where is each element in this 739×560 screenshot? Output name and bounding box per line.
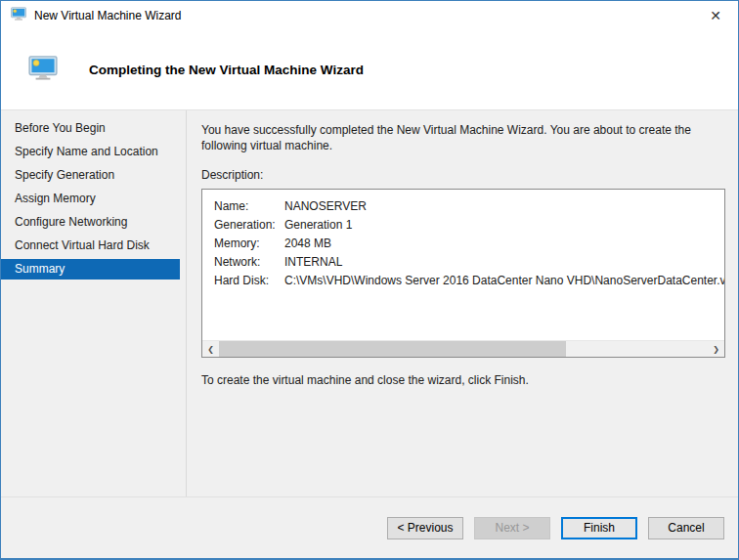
sidebar-item-summary[interactable]: Summary	[1, 259, 180, 280]
summary-row-label: Hard Disk:	[214, 272, 284, 290]
summary-row-value: Generation 1	[284, 216, 352, 235]
scrollbar-thumb[interactable]	[219, 341, 566, 357]
description-label: Description:	[201, 168, 724, 182]
summary-row-label: Generation:	[214, 216, 284, 235]
cancel-button[interactable]: Cancel	[648, 517, 724, 539]
summary-row-network: Network: INTERNAL	[214, 253, 724, 272]
vm-monitor-icon	[11, 7, 26, 24]
scroll-left-button[interactable]: ❮	[202, 341, 219, 357]
sidebar-item-specify-generation[interactable]: Specify Generation	[1, 165, 180, 186]
vm-monitor-icon-large	[28, 56, 58, 84]
sidebar-item-configure-networking[interactable]: Configure Networking	[1, 212, 180, 233]
wizard-header: Completing the New Virtual Machine Wizar…	[1, 30, 738, 110]
summary-row-generation: Generation: Generation 1	[214, 216, 724, 235]
sidebar-item-assign-memory[interactable]: Assign Memory	[1, 189, 180, 209]
summary-row-memory: Memory: 2048 MB	[214, 235, 724, 253]
sidebar-item-connect-virtual-hard-disk[interactable]: Connect Virtual Hard Disk	[1, 236, 180, 256]
summary-row-value: NANOSERVER	[284, 197, 367, 216]
summary-row-value: INTERNAL	[284, 253, 342, 272]
wizard-body: Before You Begin Specify Name and Locati…	[1, 110, 738, 496]
horizontal-scrollbar[interactable]: ❮ ❯	[202, 340, 724, 357]
summary-row-label: Name:	[214, 197, 284, 216]
sidebar-item-before-you-begin[interactable]: Before You Begin	[1, 118, 180, 139]
summary-row-name: Name: NANOSERVER	[214, 197, 724, 216]
summary-row-label: Memory:	[214, 235, 284, 253]
summary-row-hard-disk: Hard Disk: C:\VMs\VHD\Windows Server 201…	[214, 272, 724, 290]
summary-row-value: C:\VMs\VHD\Windows Server 2016 DataCente…	[284, 272, 724, 290]
finish-button[interactable]: Finish	[561, 517, 637, 539]
close-button[interactable]: ✕	[693, 1, 738, 30]
summary-row-value: 2048 MB	[284, 235, 331, 253]
wizard-window: New Virtual Machine Wizard ✕ Completing …	[0, 0, 739, 560]
next-button: Next >	[474, 517, 550, 539]
page-title: Completing the New Virtual Machine Wizar…	[89, 63, 364, 77]
button-bar: < Previous Next > Finish Cancel	[1, 496, 738, 558]
finish-instruction-text: To create the virtual machine and close …	[201, 373, 724, 387]
intro-text: You have successfully completed the New …	[201, 123, 734, 153]
description-box: Name: NANOSERVER Generation: Generation …	[201, 189, 725, 358]
chevron-right-icon: ❯	[713, 345, 719, 354]
summary-pane: You have successfully completed the New …	[187, 110, 738, 496]
previous-button[interactable]: < Previous	[387, 517, 463, 539]
scrollbar-track[interactable]	[219, 341, 708, 357]
close-icon: ✕	[710, 8, 721, 23]
window-title: New Virtual Machine Wizard	[34, 9, 182, 22]
scroll-right-button[interactable]: ❯	[708, 341, 724, 357]
sidebar-item-specify-name-and-location[interactable]: Specify Name and Location	[1, 142, 180, 162]
summary-row-label: Network:	[214, 253, 284, 272]
chevron-left-icon: ❮	[207, 345, 214, 354]
wizard-steps-sidebar: Before You Begin Specify Name and Locati…	[1, 110, 187, 496]
vm-summary-list: Name: NANOSERVER Generation: Generation …	[202, 190, 724, 290]
title-bar: New Virtual Machine Wizard ✕	[1, 1, 738, 30]
